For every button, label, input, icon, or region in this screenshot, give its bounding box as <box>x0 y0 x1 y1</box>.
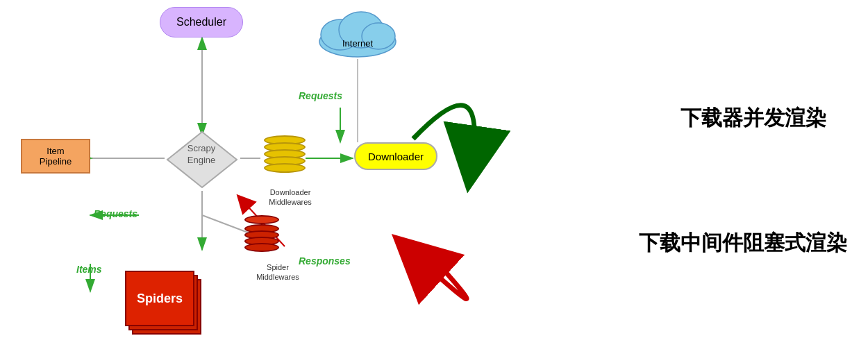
svg-text:Internet: Internet <box>342 38 373 49</box>
diagram-container: Scheduler Internet ScrapyEngine Item Pip… <box>0 0 868 363</box>
spiders-label: Spiders <box>137 292 183 306</box>
annotation-top: 下载器并发渲染 <box>681 104 826 133</box>
label-responses: Responses <box>299 255 351 267</box>
item-pipeline-label: Item Pipeline <box>40 146 72 167</box>
spider-middlewares-stack <box>244 215 279 249</box>
downloader-box: Downloader <box>354 142 437 170</box>
downloader-label: Downloader <box>368 151 424 162</box>
engine-label: ScrapyEngine <box>167 143 236 167</box>
item-pipeline-box: Item Pipeline <box>21 139 90 174</box>
spiders-group: Spiders <box>125 271 208 337</box>
label-requests-top: Requests <box>299 90 342 101</box>
dl-middlewares-stack <box>264 135 306 170</box>
scheduler-label: Scheduler <box>176 16 226 28</box>
label-items: Items <box>76 264 102 275</box>
scheduler-box: Scheduler <box>160 7 243 37</box>
internet-cloud: Internet <box>312 3 403 59</box>
label-requests-bottom: Requests <box>94 208 137 219</box>
dl-middlewares-label: Downloader Middlewares <box>256 187 325 208</box>
annotation-bottom: 下载中间件阻塞式渲染 <box>639 229 847 258</box>
